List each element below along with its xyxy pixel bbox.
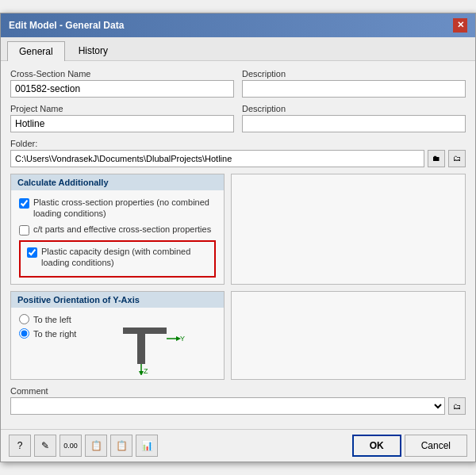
comment-icon: 🗂 bbox=[453, 402, 461, 411]
project-row: Project Name Description bbox=[10, 104, 466, 132]
title-bar: Edit Model - General Data ✕ bbox=[1, 13, 475, 37]
folder-browse-button[interactable]: 🖿 bbox=[428, 150, 445, 167]
svg-rect-1 bbox=[137, 334, 145, 364]
copy-icon: 📋 bbox=[90, 440, 102, 451]
calculate-header: Calculate Additionally bbox=[11, 174, 224, 190]
decimal-icon: 0.00 bbox=[63, 442, 78, 450]
comment-input-wrapper: 🗂 bbox=[10, 397, 466, 415]
cross-section-desc-input[interactable] bbox=[242, 80, 466, 98]
comment-section: Comment 🗂 bbox=[10, 386, 466, 415]
project-desc-group: Description bbox=[242, 104, 466, 132]
close-button[interactable]: ✕ bbox=[453, 18, 467, 33]
paste-button[interactable]: 📋 bbox=[110, 435, 132, 457]
plastic-capacity-label[interactable]: Plastic capacity design (with combined l… bbox=[41, 246, 208, 269]
orient-left-label[interactable]: To the left bbox=[33, 315, 71, 324]
plastic-capacity-row: Plastic capacity design (with combined l… bbox=[27, 246, 208, 269]
comment-browse-button[interactable]: 🗂 bbox=[448, 397, 466, 415]
help-button[interactable]: ? bbox=[9, 435, 31, 457]
folder-input[interactable] bbox=[10, 150, 424, 167]
calculate-box: Calculate Additionally Plastic cross-sec… bbox=[10, 174, 225, 285]
help-icon: ? bbox=[17, 440, 23, 451]
cross-section-name-input[interactable] bbox=[10, 80, 234, 98]
ct-parts-label[interactable]: c/t parts and effective cross-section pr… bbox=[33, 224, 211, 235]
orientation-box: Positive Orientation of Y-Axis To the le… bbox=[10, 291, 225, 380]
t-shape-svg: Y Z bbox=[115, 312, 186, 375]
dialog-content: Cross-Section Name Description Project N… bbox=[1, 61, 475, 429]
radio-group: To the left To the right bbox=[11, 308, 84, 379]
orientation-diagram: Y Z bbox=[84, 308, 224, 379]
plastic-capacity-highlighted: Plastic capacity design (with combined l… bbox=[19, 240, 216, 278]
tab-general[interactable]: General bbox=[7, 41, 65, 61]
copy-button[interactable]: 📋 bbox=[85, 435, 107, 457]
orient-left-radio[interactable] bbox=[19, 314, 29, 324]
folder-input-wrapper: 🖿 🗂 bbox=[10, 150, 466, 167]
cross-section-name-group: Cross-Section Name bbox=[10, 69, 234, 98]
comment-input[interactable] bbox=[10, 397, 445, 415]
orient-right-label[interactable]: To the right bbox=[33, 329, 76, 339]
svg-text:Z: Z bbox=[144, 367, 148, 375]
orientation-right-panel bbox=[231, 291, 466, 380]
folder-open-button[interactable]: 🗂 bbox=[448, 150, 466, 167]
folder-icon: 🖿 bbox=[432, 154, 440, 163]
plastic-props-label[interactable]: Plastic cross-section properties (no com… bbox=[33, 197, 216, 220]
ct-parts-row: c/t parts and effective cross-section pr… bbox=[19, 224, 216, 236]
calculate-content: Plastic cross-section properties (no com… bbox=[11, 190, 224, 284]
tab-history[interactable]: History bbox=[67, 40, 120, 60]
comment-label: Comment bbox=[10, 386, 466, 396]
project-name-input[interactable] bbox=[10, 115, 234, 132]
edit-icon: ✎ bbox=[41, 440, 49, 451]
edit-button[interactable]: ✎ bbox=[34, 435, 56, 457]
folder-label: Folder: bbox=[10, 139, 466, 148]
project-name-label: Project Name bbox=[10, 104, 234, 113]
paste-icon: 📋 bbox=[116, 440, 128, 451]
plastic-props-checkbox[interactable] bbox=[19, 198, 29, 209]
orientation-section: Positive Orientation of Y-Axis To the le… bbox=[10, 291, 466, 380]
calculate-section: Calculate Additionally Plastic cross-sec… bbox=[10, 174, 466, 291]
orient-right-radio[interactable] bbox=[19, 328, 29, 339]
folder-row: Folder: 🖿 🗂 bbox=[10, 139, 466, 167]
cross-section-desc-group: Description bbox=[242, 69, 466, 98]
cancel-button[interactable]: Cancel bbox=[405, 435, 467, 457]
orientation-right-row: To the right bbox=[19, 328, 76, 339]
orientation-content: To the left To the right bbox=[11, 308, 224, 379]
calculate-right-box bbox=[231, 174, 466, 285]
project-desc-label: Description bbox=[242, 104, 466, 113]
dialog: Edit Model - General Data ✕ General Hist… bbox=[0, 13, 476, 462]
decimal-button[interactable]: 0.00 bbox=[60, 435, 82, 457]
project-desc-input[interactable] bbox=[242, 115, 466, 132]
folder-open-icon: 🗂 bbox=[453, 154, 461, 163]
svg-text:Y: Y bbox=[180, 335, 185, 343]
dialog-title: Edit Model - General Data bbox=[9, 20, 124, 31]
cross-section-desc-label: Description bbox=[242, 69, 466, 79]
plastic-capacity-checkbox[interactable] bbox=[27, 247, 37, 258]
plastic-props-row: Plastic cross-section properties (no com… bbox=[19, 197, 216, 220]
tabs-bar: General History bbox=[1, 37, 475, 61]
ct-parts-checkbox[interactable] bbox=[19, 225, 29, 236]
orientation-header: Positive Orientation of Y-Axis bbox=[11, 292, 224, 308]
chart-icon: 📊 bbox=[141, 440, 153, 451]
ok-button[interactable]: OK bbox=[352, 435, 401, 457]
project-name-group: Project Name bbox=[10, 104, 234, 132]
orientation-left-row: To the left bbox=[19, 314, 76, 324]
svg-rect-0 bbox=[123, 328, 167, 334]
chart-button[interactable]: 📊 bbox=[136, 435, 158, 457]
cross-section-name-label: Cross-Section Name bbox=[10, 69, 234, 79]
bottom-toolbar: ? ✎ 0.00 📋 📋 📊 OK Cancel bbox=[1, 429, 475, 462]
cross-section-row: Cross-Section Name Description bbox=[10, 69, 466, 98]
